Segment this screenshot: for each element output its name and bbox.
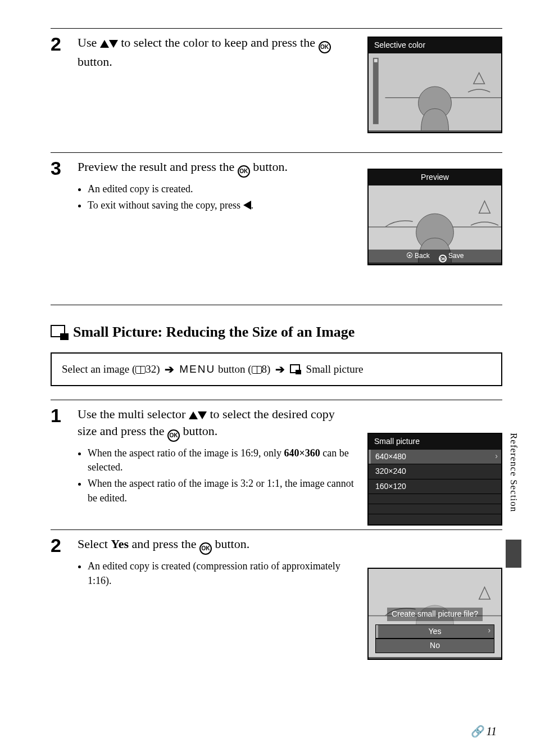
arrow-right-icon: ➔ xyxy=(165,361,174,377)
small-picture-icon xyxy=(290,364,301,374)
step-bullets: An edited copy is created (compression r… xyxy=(78,559,356,587)
lcd-back-label: ⦿ Back xyxy=(406,251,430,254)
arrow-right-icon: ➔ xyxy=(275,361,285,377)
step-instruction: Select Yes and press the OK button. xyxy=(78,536,356,555)
lcd-list-empty xyxy=(369,514,501,518)
step-number: 1 xyxy=(51,406,75,425)
text: Use xyxy=(78,35,100,49)
text: to select the color to keep and press th… xyxy=(118,35,319,49)
text: Select xyxy=(78,537,111,551)
left-icon xyxy=(243,201,251,210)
text: button. xyxy=(250,160,288,174)
text: ) xyxy=(156,363,162,375)
text: Select an image ( xyxy=(62,363,135,375)
lcd-header: Preview xyxy=(369,170,501,185)
page-ref: 8 xyxy=(262,363,267,375)
text: button. xyxy=(78,55,112,69)
svg-rect-2 xyxy=(374,58,378,62)
lcd-dialog: Create small picture file? Yes No xyxy=(369,608,501,642)
bold-text: Yes xyxy=(111,537,129,551)
step-instruction: Preview the result and press the OK butt… xyxy=(78,159,356,178)
bullet: An edited copy is created (compression r… xyxy=(88,559,356,587)
text: Small picture xyxy=(303,363,364,375)
text: button ( xyxy=(215,363,251,375)
navigation-path-box: Select an image (32) ➔ MENU button (8) ➔… xyxy=(51,352,502,386)
lcd-selective-color: Selective color xyxy=(367,37,502,130)
text: Use the multi selector xyxy=(78,407,189,421)
lcd-footer: ⦿ Back OK Save xyxy=(369,250,501,254)
section-title-text: Small Picture: Reducing the Size of an I… xyxy=(73,322,355,342)
ok-icon: OK xyxy=(199,542,212,555)
lcd-illustration xyxy=(369,185,501,254)
bullet: To exit without saving the copy, press . xyxy=(88,198,356,212)
bullet: When the aspect ratio of the image is 16… xyxy=(88,446,356,474)
step-number: 2 xyxy=(51,34,75,53)
step-instruction: Use the multi selector to select the des… xyxy=(78,406,356,442)
lcd-illustration xyxy=(369,53,501,130)
page-number: 🔗 11 xyxy=(471,723,497,739)
lcd-dialog-no[interactable]: No xyxy=(375,639,494,642)
rule xyxy=(51,305,502,305)
text: button. xyxy=(212,537,249,551)
up-icon xyxy=(100,40,109,48)
text: button. xyxy=(180,424,217,438)
lcd-confirm-dialog: Create small picture file? Yes No xyxy=(367,568,502,642)
book-icon xyxy=(252,366,262,374)
side-tab-label: Reference Section xyxy=(507,433,520,512)
step-number: 3 xyxy=(51,159,75,178)
lcd-list-item[interactable]: 640×480 xyxy=(369,450,501,465)
text: To exit without saving the copy, press xyxy=(88,200,243,211)
menu-button-label: MENU xyxy=(179,363,215,375)
bold-text: 640×360 xyxy=(284,447,320,459)
ok-icon: OK xyxy=(238,165,250,178)
bullet: An edited copy is created. xyxy=(88,182,356,196)
side-tab-marker xyxy=(506,540,521,568)
small-picture-icon xyxy=(51,325,69,340)
ok-icon: OK xyxy=(167,429,180,442)
lcd-dialog-question: Create small picture file? xyxy=(387,608,483,621)
down-icon xyxy=(109,40,118,48)
lcd-list-empty xyxy=(369,494,501,504)
lcd-header: Small picture xyxy=(369,434,501,450)
step-bullets: When the aspect ratio of the image is 16… xyxy=(78,446,356,505)
rule xyxy=(51,529,502,530)
rule xyxy=(51,152,502,153)
lcd-list-empty xyxy=(369,504,501,514)
lcd-size-list: 640×480 320×240 160×120 xyxy=(369,450,501,519)
rule xyxy=(51,28,502,29)
up-icon xyxy=(189,411,198,419)
page-number-value: 11 xyxy=(486,723,497,739)
lcd-list-item[interactable]: 160×120 xyxy=(369,479,501,495)
ok-icon: OK xyxy=(319,41,331,53)
step-instruction: Use to select the color to keep and pres… xyxy=(78,34,356,70)
lcd-list-item[interactable]: 320×240 xyxy=(369,464,501,479)
bullet: When the aspect ratio of the image is 3:… xyxy=(88,477,356,505)
text: ) xyxy=(267,363,273,375)
lcd-header: Selective color xyxy=(369,38,501,53)
svg-rect-1 xyxy=(373,57,379,124)
down-icon xyxy=(198,411,207,419)
book-icon xyxy=(135,366,146,374)
text: Preview the result and press the xyxy=(78,160,238,174)
reference-section-icon: 🔗 xyxy=(471,723,483,739)
step-bullets: An edited copy is created. To exit witho… xyxy=(78,182,356,212)
rule xyxy=(51,400,502,400)
section-heading: Small Picture: Reducing the Size of an I… xyxy=(51,322,502,342)
lcd-preview: Preview ⦿ Back OK Save xyxy=(367,169,502,254)
lcd-small-picture-menu: Small picture 640×480 320×240 160×120 xyxy=(367,433,502,518)
lcd-save-label: OK Save xyxy=(439,251,464,254)
step-number: 2 xyxy=(51,536,75,555)
page-ref: 32 xyxy=(146,363,156,375)
text: and press the xyxy=(129,537,199,551)
lcd-dialog-yes[interactable]: Yes xyxy=(375,624,494,639)
